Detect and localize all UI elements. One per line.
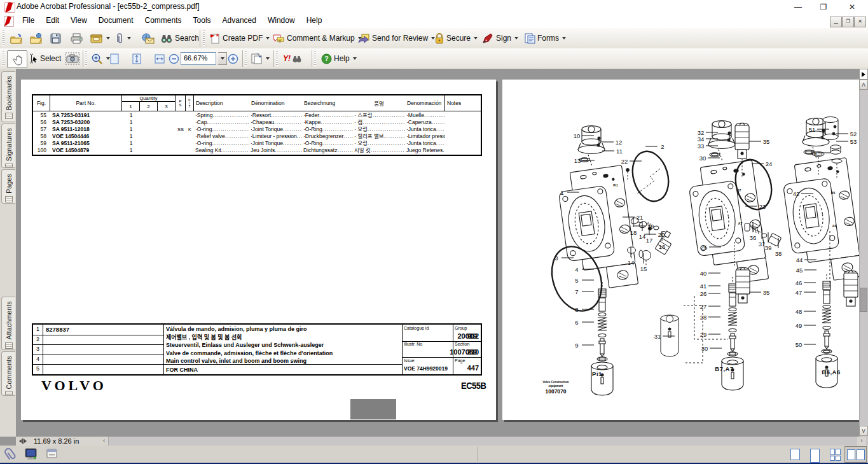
sidebar-tab-attachments[interactable]: Attachments — [1, 297, 15, 350]
organizer-dropdown-arrow[interactable] — [106, 37, 110, 39]
plus-circle-icon — [228, 53, 238, 64]
comment-markup-button[interactable]: Comment & Markup — [271, 30, 363, 46]
pdf-page-left: Fig. Part No. Quantity 1 2 3 PS KIT Desc… — [21, 80, 496, 420]
restore-button[interactable]: ❐ — [809, 0, 838, 14]
open-button[interactable] — [8, 30, 24, 46]
fit-page-button[interactable] — [130, 50, 143, 67]
doc-restore-button[interactable]: ❐ — [842, 17, 854, 27]
comments-tab-icon — [5, 391, 13, 395]
zoom-out-button[interactable] — [167, 50, 181, 67]
info-row-number: 1 — [33, 326, 43, 332]
parts-table-row: 58VOE 145044461·Relief valve·Limiteur - … — [33, 133, 481, 140]
callout-label: 29 — [700, 331, 707, 338]
attachments-status-icon[interactable] — [3, 447, 18, 462]
close-button[interactable]: ✕ — [837, 0, 867, 14]
create-pdf-button[interactable]: Create PDF — [208, 30, 271, 46]
info-row-number: 4 — [33, 356, 43, 362]
menu-item-comments[interactable]: Comments — [139, 14, 188, 28]
pane-expand-button[interactable] — [859, 69, 868, 80]
hscroll-left-button[interactable]: ‹ — [100, 437, 109, 446]
hscroll-right-button[interactable]: › — [857, 437, 866, 446]
doc-minimize-button[interactable]: ▁ — [830, 17, 842, 27]
callout-label: 35 — [763, 289, 770, 296]
menu-item-tools[interactable]: Tools — [188, 14, 217, 28]
actual-size-button[interactable] — [108, 50, 121, 67]
doc-close-button[interactable]: ✕ — [854, 17, 866, 27]
toolbar-grip[interactable] — [3, 51, 4, 66]
menu-item-view[interactable]: View — [65, 14, 93, 28]
callout-label: 2 — [661, 143, 664, 150]
vertical-scrollbar[interactable] — [859, 69, 868, 437]
save-button[interactable] — [48, 30, 63, 46]
menu-item-help[interactable]: Help — [301, 14, 328, 28]
open-web-button[interactable] — [28, 30, 44, 46]
sidebar-tab-signatures[interactable]: Signatures — [1, 123, 15, 168]
status-bar — [0, 446, 868, 463]
secure-button[interactable]: Secure — [433, 30, 479, 46]
help-button[interactable]: ? Help — [320, 50, 358, 67]
redaction-rectangle — [350, 399, 396, 419]
port-label: Pi1 — [613, 183, 618, 187]
parts-table-rows: 55SA 7253-031911·Spring·Ressort·Feder· 스… — [33, 112, 481, 154]
callout-label: 28 — [700, 314, 707, 321]
callout-label: 24 — [766, 160, 773, 167]
scroll-down-button[interactable]: ᐯ — [859, 426, 868, 436]
actual-size-icon — [109, 53, 120, 65]
hand-tool-button[interactable] — [7, 50, 27, 68]
toolbar-grip[interactable] — [314, 51, 316, 66]
facing-pages-button[interactable] — [830, 449, 841, 461]
comment-markup-label: Comment & Markup — [287, 34, 355, 43]
email-button[interactable] — [139, 30, 156, 46]
callout-label: 41 — [700, 283, 707, 290]
forms-button[interactable]: Forms — [523, 30, 567, 46]
organizer-button[interactable] — [88, 30, 111, 46]
page-display-button[interactable] — [249, 50, 271, 67]
menu-items: FileEditViewDocumentCommentsToolsAdvance… — [17, 14, 327, 28]
menu-item-file[interactable]: File — [17, 14, 40, 28]
toolbar-grip[interactable] — [203, 31, 205, 46]
zoom-in-button[interactable] — [226, 50, 240, 67]
sidebar-tab-bookmarks[interactable]: Bookmarks — [1, 71, 15, 122]
valve-diagram: 1012111322212119201814171631415457869313… — [502, 80, 859, 420]
search-label: Search — [175, 34, 199, 43]
page-display-dropdown-arrow[interactable] — [266, 57, 270, 60]
select-tool-button[interactable]: Select — [27, 50, 62, 67]
attach-button[interactable] — [113, 30, 132, 46]
search-button[interactable]: Search — [159, 30, 200, 46]
secure-label: Secure — [446, 34, 471, 43]
fit-width-button[interactable] — [153, 50, 167, 67]
menu-item-document[interactable]: Document — [93, 14, 139, 28]
sidebar-tab-comments[interactable]: Comments — [1, 351, 15, 396]
callout-label: 31 — [654, 333, 661, 340]
toolbar-grip[interactable] — [85, 51, 87, 66]
continuous-page-button[interactable] — [810, 449, 820, 463]
toolbar-grip[interactable] — [245, 51, 247, 66]
scroll-up-button[interactable]: ᐱ — [859, 80, 868, 90]
single-page-button[interactable] — [790, 449, 800, 460]
yahoo-search-button[interactable]: Y! — [282, 50, 303, 67]
toolbar-grip[interactable] — [276, 51, 278, 66]
callout-label: 34 — [698, 136, 705, 143]
snapshot-button[interactable] — [64, 50, 81, 67]
menu-item-edit[interactable]: Edit — [40, 14, 65, 28]
binoculars-icon — [160, 32, 173, 44]
sidebar-tab-pages[interactable]: Pages — [1, 169, 15, 204]
zoom-level-combo[interactable]: 66.67% — [181, 50, 227, 67]
parts-table-header: Fig. Part No. Quantity 1 2 3 PS KIT Desc… — [33, 95, 481, 111]
send-review-label: Send for Review — [372, 34, 428, 43]
toolbar-grip[interactable] — [3, 31, 4, 46]
title-bar: Adobe Acrobat Professional - [ec55b-2_co… — [0, 0, 868, 15]
select-label: Select — [40, 54, 61, 63]
menu-item-window[interactable]: Window — [262, 14, 301, 28]
vscroll-thumb[interactable] — [860, 288, 867, 312]
two-up-button[interactable] — [844, 446, 867, 463]
menu-item-advanced[interactable]: Advanced — [217, 14, 262, 28]
callout-label: 10 — [574, 132, 581, 139]
print-button[interactable] — [69, 30, 85, 46]
send-review-button[interactable]: Send for Review — [356, 30, 436, 46]
zoom-combo-arrow[interactable] — [218, 52, 227, 65]
resolution-status-button[interactable] — [24, 447, 38, 460]
tracker-status-button[interactable] — [46, 448, 59, 460]
attach-dropdown-arrow[interactable] — [127, 37, 131, 39]
sign-button[interactable]: Sign — [480, 30, 520, 46]
